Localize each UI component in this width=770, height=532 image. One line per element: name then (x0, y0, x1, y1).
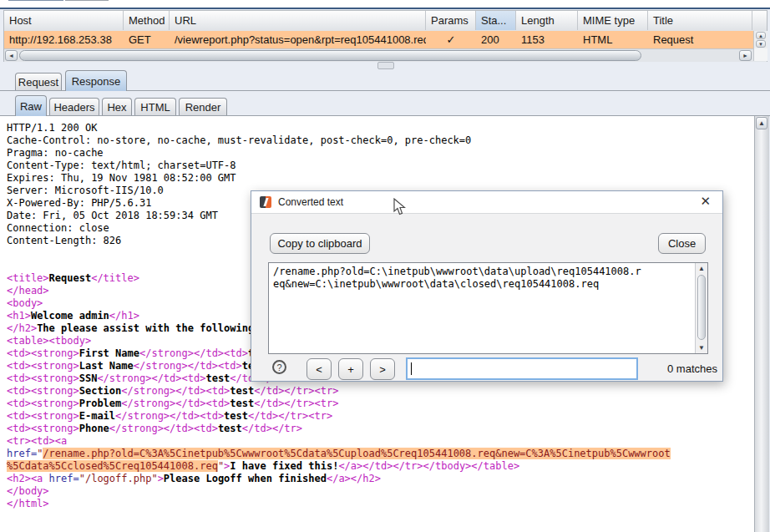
dialog-scrollbar-thumb[interactable] (697, 275, 706, 340)
column-label: Host (9, 14, 32, 27)
column-label: Title (653, 14, 673, 27)
row-cell-params[interactable]: ✓ (426, 31, 476, 48)
dialog-scrollbar[interactable]: ▲ ▼ (695, 263, 707, 353)
mouse-cursor (393, 198, 406, 216)
tab-html[interactable]: HTML (134, 98, 176, 116)
response-line: <td><strong>Section</strong></td><td>tes… (7, 385, 671, 398)
response-line: Content-Type: text/html; charset=UTF-8 (7, 160, 671, 172)
column-header-params[interactable]: Params (426, 11, 476, 30)
history-table-header: HostMethodURLParamsSta...▲LengthMIME typ… (4, 11, 767, 32)
scrollbar-corner (753, 48, 767, 61)
scroll-down-icon[interactable]: ▼ (696, 344, 707, 352)
history-table: HostMethodURLParamsSta...▲LengthMIME typ… (3, 10, 767, 62)
converted-text-line: /rename.php?old=C:\inetpub\wwwroot\data\… (273, 266, 641, 278)
row-cell-status[interactable]: 200 (476, 31, 516, 48)
close-button[interactable]: Close (658, 233, 706, 254)
response-line: <td><strong>E-mail</strong></td><td>test… (7, 410, 671, 423)
column-header-url[interactable]: URL (170, 11, 426, 30)
column-header-mime[interactable]: MIME type (578, 11, 648, 30)
response-line: Cache-Control: no-store, no-cache, must-… (7, 134, 671, 147)
tab-raw-label: Raw (20, 100, 42, 113)
response-line: <tr><td><a (7, 435, 671, 448)
tab-response[interactable]: Response (65, 70, 127, 91)
scroll-up-icon[interactable]: ▲ (696, 265, 707, 272)
tab-request[interactable]: Request (15, 73, 62, 91)
scroll-up-icon[interactable]: ▲ (756, 32, 766, 39)
column-header-title[interactable]: Title (648, 11, 752, 30)
scroll-down-icon[interactable]: ▼ (756, 40, 766, 48)
dialog-titlebar[interactable]: Converted text ✕ (251, 191, 722, 214)
row-cell-length[interactable]: 1153 (516, 31, 578, 48)
response-line: <h2><a href="/logoff.php">Please Logoff … (7, 473, 671, 485)
converted-text-content: /rename.php?old=C:\inetpub\wwwroot\data\… (273, 266, 641, 291)
tab-render[interactable]: Render (179, 98, 227, 116)
row-cell-url[interactable]: /viewreport.php?status=open&rpt=req10544… (170, 31, 426, 48)
tab-headers-label: Headers (53, 101, 94, 114)
column-label: URL (175, 14, 196, 27)
help-icon[interactable]: ? (272, 360, 286, 374)
row-cell-title[interactable]: Request (648, 31, 752, 48)
response-line: </html> (7, 498, 671, 510)
column-header-length[interactable]: Length (516, 11, 578, 30)
tab-response-label: Response (72, 75, 121, 88)
tab-render-label: Render (185, 101, 221, 114)
copy-to-clipboard-button[interactable]: Copy to clipboard (270, 233, 370, 254)
scroll-left-icon[interactable]: ◄ (5, 50, 18, 61)
dialog-title: Converted text (278, 196, 343, 208)
upper-tab-active-stub[interactable] (8, 0, 63, 1)
history-table-selected-row[interactable]: http://192.168.253.38GET/viewreport.php?… (4, 31, 753, 48)
text-caret (411, 362, 412, 375)
table-vertical-scrollbar[interactable]: ▲ ▼ (753, 31, 767, 48)
converted-text-dialog: Converted text ✕ Copy to clipboard Close… (251, 190, 723, 382)
row-cell-mime[interactable]: HTML (578, 31, 648, 48)
close-icon[interactable]: ✕ (700, 194, 711, 209)
tab-html-label: HTML (140, 101, 170, 114)
upper-tab-idle-stub[interactable] (65, 0, 109, 1)
match-count-label: 0 matches (647, 362, 717, 375)
horizontal-scrollbar-thumb[interactable] (19, 50, 641, 61)
burp-suite-window: HostMethodURLParamsSta...▲LengthMIME typ… (0, 0, 770, 532)
response-line: HTTP/1.1 200 OK (7, 122, 671, 134)
response-line: <td><strong>Phone</strong></td><td>test<… (7, 423, 671, 435)
column-header-method[interactable]: Method (124, 11, 170, 30)
close-button-label: Close (668, 237, 696, 250)
response-vertical-scrollbar[interactable]: ▲ (754, 116, 769, 532)
column-label: Params (431, 14, 469, 27)
add-button[interactable]: + (338, 358, 363, 380)
column-label: Method (129, 14, 165, 27)
response-line: %5Cdata%5Cclosed%5Creq105441008.req">I h… (7, 460, 671, 473)
response-line: Pragma: no-cache (7, 147, 671, 160)
table-horizontal-scrollbar[interactable]: ◄ ► (4, 48, 767, 62)
previous-match-button[interactable]: < (306, 358, 332, 380)
tab-hex-label: Hex (107, 101, 126, 114)
tab-headers[interactable]: Headers (49, 98, 99, 116)
response-line: <td><strong>Problem</strong></td><td>tes… (7, 398, 671, 410)
tab-request-label: Request (18, 76, 58, 89)
column-label: Length (521, 14, 555, 27)
tab-hex[interactable]: Hex (102, 98, 132, 116)
column-label: Sta... (481, 14, 506, 27)
converted-text-box[interactable]: /rename.php?old=C:\inetpub\wwwroot\data\… (268, 262, 708, 354)
response-line: Expires: Thu, 19 Nov 1981 08:52:00 GMT (7, 172, 671, 185)
converted-text-line: eq&new=C:\inetpub\wwwroot\data\closed\re… (273, 278, 641, 291)
search-input[interactable] (406, 357, 638, 380)
row-cell-method[interactable]: GET (124, 31, 170, 48)
scroll-right-icon[interactable]: ► (739, 50, 752, 61)
response-line: href="/rename.php?old=C%3A%5Cinetpub%5Cw… (7, 448, 671, 460)
column-header-status[interactable]: Sta...▲ (476, 11, 516, 30)
split-pane-grip[interactable] (377, 62, 394, 69)
response-line: </body> (7, 485, 671, 498)
copy-button-label: Copy to clipboard (277, 237, 362, 250)
tab-raw[interactable]: Raw (15, 95, 47, 116)
scroll-up-icon[interactable]: ▲ (756, 117, 767, 129)
row-cell-host[interactable]: http://192.168.253.38 (4, 31, 124, 48)
column-header-host[interactable]: Host (4, 11, 124, 30)
column-label: MIME type (583, 14, 635, 27)
top-divider-line (0, 8, 770, 9)
next-match-button[interactable]: > (370, 358, 395, 380)
burp-icon (260, 196, 271, 208)
